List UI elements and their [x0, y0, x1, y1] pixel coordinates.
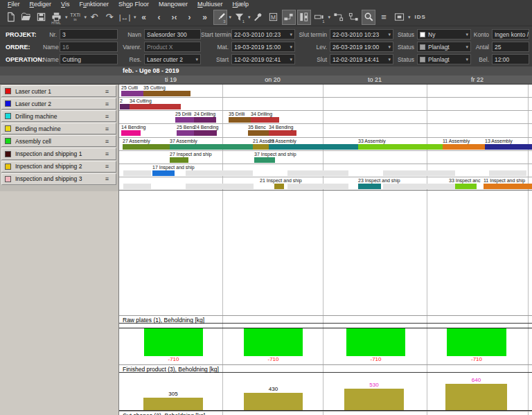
operation-bar[interactable] [485, 144, 532, 150]
open-button[interactable] [19, 10, 33, 25]
menu-item-shop-floor[interactable]: Shop Floor [114, 1, 154, 8]
redo-button[interactable]: ↷ [103, 10, 116, 25]
operation-bar[interactable] [269, 144, 358, 150]
resource-row-drilling-machine[interactable]: Drilling machine≡ [1, 110, 116, 122]
resource-row-laser-cutter-2[interactable]: Laser cutter 2≡ [1, 98, 116, 109]
new-document-button[interactable] [3, 10, 17, 25]
precedence-b-button[interactable] [346, 10, 360, 25]
row-menu-icon[interactable]: ≡ [105, 88, 113, 95]
dropdown-caret[interactable]: ▾ [248, 15, 251, 20]
field-start-dropdown[interactable]: 12-02-2019 02:41▾ [231, 54, 295, 64]
dropdown-caret[interactable]: ▾ [328, 15, 331, 20]
undo-button[interactable]: ↶ [87, 10, 101, 25]
operation-bar[interactable] [455, 184, 477, 189]
field-status-dropdown[interactable]: Planlagt▾ [417, 54, 471, 64]
paintbrush-button[interactable]: 3 [213, 10, 227, 25]
operation-bar[interactable] [194, 130, 217, 136]
export-txt-button[interactable]: TXTiin [69, 10, 82, 25]
precedence-a-button[interactable] [331, 10, 345, 25]
resource-row-bending-machine[interactable]: Bending machine≡ [1, 123, 116, 134]
go-center-button[interactable]: ›‹ [168, 10, 181, 25]
dropdown-caret[interactable]: ▾ [65, 15, 68, 20]
go-previous-button[interactable]: ‹ [152, 10, 166, 25]
operation-bar[interactable] [443, 144, 485, 150]
row-menu-icon[interactable]: ≡ [105, 138, 113, 145]
row-menu-icon[interactable]: ≡ [105, 125, 113, 132]
resource-row-laser-cutter-1[interactable]: Laser cutter 1≡ [1, 85, 116, 97]
field-res-dropdown[interactable]: Laser cutter 2▾ [144, 54, 201, 64]
field-nr-input[interactable]: 3 [60, 29, 118, 39]
field-status-dropdown[interactable]: Ny▾ [417, 29, 471, 39]
go-next-button[interactable]: › [183, 10, 197, 25]
list-button[interactable]: ≡ [377, 10, 391, 25]
material-box-button[interactable]: M [267, 10, 281, 25]
ids-button[interactable]: IDS [411, 10, 429, 25]
field-status-dropdown[interactable]: Planlagt▾ [417, 42, 471, 52]
operation-bar[interactable] [269, 130, 296, 136]
field-navn-input[interactable]: Salesorder 300 [144, 29, 201, 39]
operation-bar[interactable] [358, 144, 443, 150]
operation-bar[interactable] [177, 130, 194, 136]
operation-bar[interactable] [121, 91, 143, 96]
bar-label-button[interactable]: 1 [312, 10, 326, 25]
link-mode-b-button[interactable] [297, 10, 311, 25]
operation-bar[interactable] [229, 117, 251, 123]
menu-item-rediger[interactable]: Rediger [25, 1, 57, 8]
go-first-button[interactable]: « [137, 10, 151, 25]
operation-bar[interactable] [251, 117, 279, 123]
field-varenr-input[interactable]: Product X [144, 42, 201, 52]
row-menu-icon[interactable]: ≡ [105, 113, 113, 120]
operation-bar[interactable] [143, 91, 190, 96]
field-name-input[interactable]: Cutting [60, 54, 118, 64]
field-start-termin-dropdown[interactable]: 22-03-2010 10:23▾ [231, 29, 295, 39]
row-menu-icon[interactable]: ≡ [105, 175, 113, 182]
operation-bar[interactable] [253, 144, 269, 150]
row-menu-icon[interactable]: ≡ [105, 163, 113, 170]
operation-bar[interactable] [170, 157, 188, 163]
tools-button[interactable] [251, 10, 265, 25]
dropdown-caret[interactable]: ▾ [408, 15, 411, 20]
operation-bar[interactable] [121, 130, 141, 136]
field-lev-dropdown[interactable]: 26-03-2019 19:00▾ [330, 42, 393, 52]
operation-bar[interactable] [175, 117, 194, 123]
menu-item-manpower[interactable]: Manpower [154, 1, 193, 8]
field-bel-input[interactable]: 12:00 [492, 54, 529, 64]
overview-button[interactable] [392, 10, 406, 25]
dropdown-caret[interactable]: ▾ [229, 15, 232, 20]
row-menu-icon[interactable]: ≡ [105, 100, 113, 107]
row-menu-icon[interactable]: ≡ [105, 150, 113, 157]
resource-row-assembly-cell[interactable]: Assembly cell≡ [1, 135, 116, 147]
operation-bar[interactable] [120, 104, 130, 109]
link-mode-a-button[interactable] [282, 10, 296, 25]
field-slut-termin-dropdown[interactable]: 22-03-2010 10:23▾ [330, 29, 393, 39]
go-last-button[interactable]: » [198, 10, 212, 25]
field-slut-dropdown[interactable]: 12-02-2019 14:41▾ [330, 54, 393, 64]
operation-bar[interactable] [194, 117, 216, 123]
field-antal-input[interactable]: 25 [492, 42, 529, 52]
save-button[interactable] [34, 10, 48, 25]
field-mat-dropdown[interactable]: 19-03-2019 15:00▾ [231, 42, 295, 52]
operation-bar[interactable] [358, 184, 381, 189]
field-konto-dropdown[interactable]: Ingen konto / S...▾ [492, 29, 529, 39]
operation-bar[interactable] [274, 184, 284, 189]
operation-bar[interactable] [254, 157, 275, 163]
menu-item-filer[interactable]: Filer [3, 1, 25, 8]
resource-row-inspection-and-shipping-3[interactable]: Inspection and shipping 3≡ [1, 173, 116, 185]
operation-bar[interactable] [170, 144, 253, 150]
operation-bar[interactable] [130, 104, 181, 109]
resource-row-inpesction-and-shipping-2[interactable]: Inpesction and shipping 2≡ [1, 161, 116, 173]
operation-bar[interactable] [484, 184, 532, 189]
dropdown-caret[interactable]: ▾ [85, 15, 87, 20]
resource-row-inspection-and-shipping-1[interactable]: Inspection and shipping 1≡ [1, 148, 116, 159]
menu-item-vis[interactable]: Vis [56, 1, 74, 8]
fit-width-button[interactable]: |↔| [118, 10, 132, 25]
operation-bar[interactable] [248, 130, 269, 136]
operation-bar[interactable] [152, 170, 175, 176]
menu-item-hj-lp[interactable]: Hjælp [228, 1, 254, 8]
dropdown-caret[interactable]: ▾ [134, 15, 136, 20]
menu-item-multiuser[interactable]: Multiuser [193, 1, 228, 8]
zoom-button[interactable] [362, 10, 375, 25]
operation-bar[interactable] [123, 144, 170, 150]
print-html-button[interactable]: HTML [49, 10, 63, 25]
field-name-input[interactable]: 16 [60, 42, 118, 52]
